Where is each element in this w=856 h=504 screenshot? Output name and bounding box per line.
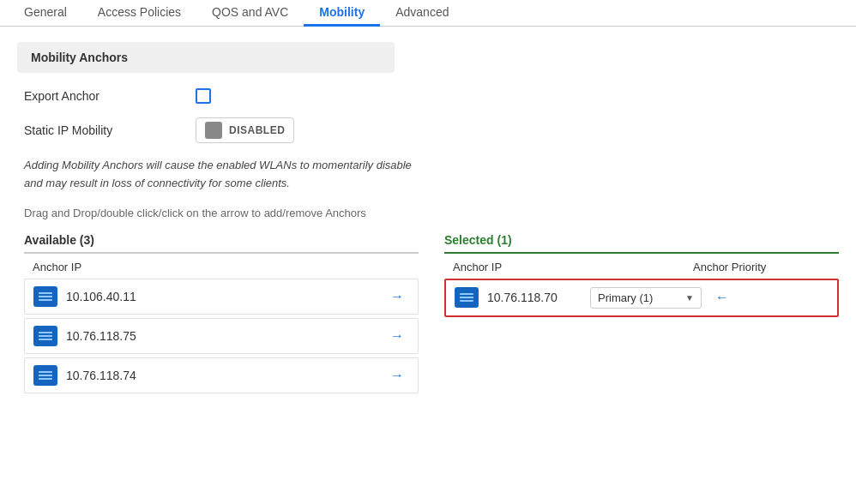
tab-qos-avc[interactable]: QOS and AVC	[196, 0, 304, 27]
toggle-thumb	[205, 122, 222, 139]
main-content: Mobility Anchors Export Anchor Static IP…	[0, 27, 856, 412]
available-row-2: 10.76.118.75 →	[24, 318, 419, 354]
priority-value-1: Primary (1)	[598, 291, 653, 304]
available-header: Available (3)	[24, 233, 419, 247]
chevron-down-icon: ▼	[685, 293, 694, 303]
available-row-1: 10.106.40.11 →	[24, 279, 419, 315]
available-row-3: 10.76.118.74 →	[24, 357, 419, 393]
export-anchor-label: Export Anchor	[24, 89, 196, 103]
remove-anchor-1-button[interactable]: ←	[710, 288, 734, 307]
selected-anchor-icon-1	[455, 287, 479, 308]
selected-col-ip: Anchor IP	[453, 261, 693, 273]
selected-ip-1: 10.76.118.70	[487, 291, 590, 304]
tab-bar: GeneralAccess PoliciesQOS and AVCMobilit…	[0, 0, 856, 27]
tab-mobility[interactable]: Mobility	[304, 0, 380, 27]
tab-access-policies[interactable]: Access Policies	[82, 0, 196, 27]
export-anchor-checkbox[interactable]	[196, 88, 211, 104]
add-anchor-3-button[interactable]: →	[385, 366, 409, 385]
anchor-icon-2	[33, 326, 57, 346]
add-anchor-1-button[interactable]: →	[385, 287, 409, 306]
add-anchor-2-button[interactable]: →	[385, 327, 409, 345]
available-panel: Available (3) Anchor IP 10.106.40.11 → 1…	[24, 233, 419, 397]
toggle-label: DISABLED	[229, 124, 285, 136]
available-col-ip: Anchor IP	[33, 261, 410, 273]
tab-general[interactable]: General	[9, 0, 82, 27]
static-ip-label: Static IP Mobility	[24, 123, 196, 137]
info-text: Adding Mobility Anchors will cause the e…	[24, 157, 839, 193]
static-ip-toggle[interactable]: DISABLED	[196, 117, 294, 143]
section-header: Mobility Anchors	[17, 42, 395, 73]
selected-header: Selected (1)	[444, 233, 839, 247]
anchor-icon-3	[33, 365, 57, 386]
available-ip-1: 10.106.40.11	[66, 290, 385, 303]
available-ip-3: 10.76.118.74	[66, 369, 385, 382]
selected-row-1: 10.76.118.70 Primary (1) ▼ ←	[444, 279, 839, 317]
section-title: Mobility Anchors	[31, 51, 128, 64]
static-ip-row: Static IP Mobility DISABLED	[17, 117, 839, 143]
available-ip-2: 10.76.118.75	[66, 329, 385, 343]
selected-col-headers: Anchor IP Anchor Priority	[444, 254, 839, 279]
export-anchor-row: Export Anchor	[17, 88, 839, 104]
anchor-icon-1	[33, 286, 57, 307]
priority-dropdown-1[interactable]: Primary (1) ▼	[590, 287, 702, 309]
tab-advanced[interactable]: Advanced	[380, 0, 464, 27]
drag-instruction: Drag and Drop/double click/click on the …	[24, 207, 839, 219]
panels-container: Available (3) Anchor IP 10.106.40.11 → 1…	[17, 233, 839, 397]
selected-col-priority: Anchor Priority	[693, 261, 830, 273]
available-col-headers: Anchor IP	[24, 254, 419, 279]
selected-panel: Selected (1) Anchor IP Anchor Priority 1…	[444, 233, 839, 397]
